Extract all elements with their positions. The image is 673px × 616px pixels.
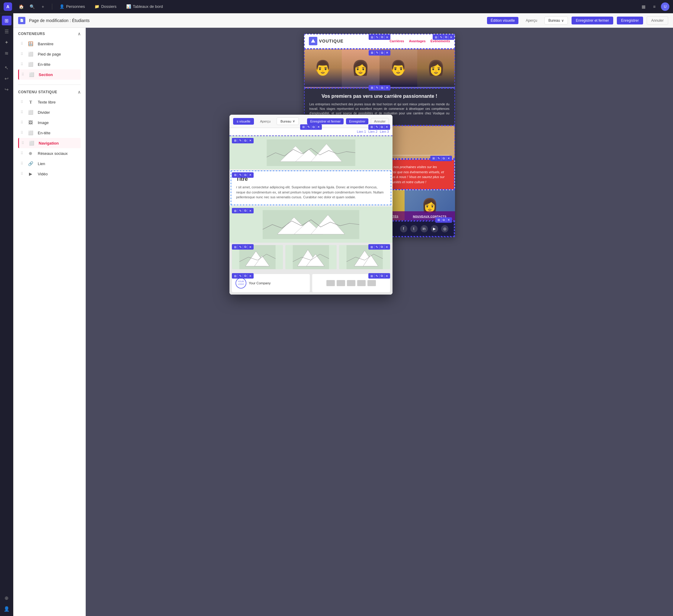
save-button[interactable]: Enregistrer (617, 17, 643, 24)
sw-fl-grid-icon[interactable]: ⊞ (233, 274, 237, 278)
search-icon[interactable]: 🔍 (28, 2, 36, 11)
sw-section-grid-icon[interactable]: ⊞ (233, 173, 237, 177)
cancel-button[interactable]: Annuler (647, 16, 668, 25)
banner-copy-icon[interactable]: ⧉ (380, 51, 384, 55)
nav-link-carrieres[interactable]: Carrières (390, 39, 404, 43)
composant-banniere[interactable]: ⠿ 🪟 Bannière (18, 39, 80, 49)
banner-delete-icon[interactable]: ✕ (385, 51, 389, 55)
header-delete-icon[interactable]: ✕ (385, 35, 389, 39)
tableaux-nav-item[interactable]: 📊 Tableaux de bord (124, 3, 166, 10)
composant-lien[interactable]: ⠿ 🔗 Lien (18, 159, 80, 169)
personnes-nav-item[interactable]: 👤 Personnes (57, 3, 87, 10)
header-edit-icon[interactable]: ✎ (375, 35, 379, 39)
social-youtube[interactable]: ▶ (431, 225, 438, 232)
left-icon-design[interactable]: ✦ (2, 37, 11, 47)
left-icon-undo[interactable]: ↩ (2, 74, 11, 83)
sw-sg-l-edit-icon[interactable]: ✎ (238, 245, 242, 249)
banner-edit-icon[interactable]: ✎ (375, 51, 379, 55)
composant-section[interactable]: ⠿ ⬜ Section (18, 69, 80, 80)
sw-navlinks-edit-icon[interactable]: ✎ (375, 125, 379, 129)
social-instagram[interactable]: ◎ (441, 225, 448, 232)
dossiers-nav-item[interactable]: 📁 Dossiers (92, 3, 119, 10)
cta-r-copy-icon[interactable]: ⧉ (442, 157, 446, 161)
save-close-button[interactable]: Enregistrer et fermer (572, 17, 613, 24)
conteneurs-collapse-icon[interactable]: ∧ (77, 31, 81, 36)
nav-copy-icon[interactable]: ⧉ (444, 35, 448, 39)
statique-collapse-icon[interactable]: ∧ (77, 90, 81, 94)
left-icon-user[interactable]: 👤 (2, 604, 11, 614)
sw-nav-link-2[interactable]: Lien 2 (368, 130, 378, 133)
nav-edit-icon[interactable]: ✎ (439, 35, 443, 39)
grid-view-icon[interactable]: ▦ (639, 2, 648, 11)
sw-banner-delete-icon[interactable]: ✕ (248, 138, 252, 142)
sw-sg-r-copy-icon[interactable]: ⧉ (380, 245, 384, 249)
sw-nav-link-1[interactable]: Lien 1 (357, 130, 366, 133)
composant-entete-statique[interactable]: ⠿ ⬜ En-tête (18, 128, 80, 138)
sw-nav-link-3[interactable]: Lien 3 (380, 130, 389, 133)
sw-sg-l-copy-icon[interactable]: ⧉ (243, 245, 247, 249)
header-copy-icon[interactable]: ⧉ (380, 35, 384, 39)
home-icon[interactable]: 🏠 (17, 2, 25, 11)
sw-limg-grid-icon[interactable]: ⊞ (233, 209, 237, 213)
sw-nav-copy-icon[interactable]: ⧉ (311, 125, 315, 129)
sw-fr-edit-icon[interactable]: ✎ (375, 274, 379, 278)
sw-limg-delete-icon[interactable]: ✕ (248, 209, 252, 213)
edition-visuelle-btn[interactable]: Édition visuelle (487, 17, 518, 24)
sw-sg-r-edit-icon[interactable]: ✎ (375, 245, 379, 249)
sw-navlinks-copy-icon[interactable]: ⧉ (380, 125, 384, 129)
footer-r-delete-icon[interactable]: ✕ (447, 218, 451, 222)
composant-entete[interactable]: ⠿ ⬜ En-tête (18, 59, 80, 69)
sw-save-close-btn[interactable]: Enregistrer et fermer (307, 118, 344, 124)
cta-r-grid-icon[interactable]: ⊞ (431, 157, 436, 160)
sw-edition-btn[interactable]: s visuelle (233, 118, 254, 125)
left-icon-components[interactable]: ☰ (2, 27, 11, 36)
sw-navlinks-delete-icon[interactable]: ✕ (385, 125, 389, 129)
sw-navlinks-grid-icon[interactable]: ⊞ (370, 125, 374, 129)
header-grid-icon[interactable]: ⊞ (370, 35, 374, 39)
sw-fl-edit-icon[interactable]: ✎ (238, 274, 242, 278)
social-linkedin[interactable]: in (421, 225, 428, 232)
composant-video[interactable]: ⠿ ▶ Vidéo (18, 169, 80, 179)
composant-navigation[interactable]: ⠿ ⬜ Navigation (18, 138, 80, 148)
left-icon-cursor[interactable]: ↖ (2, 63, 11, 72)
sw-nav-grid-icon[interactable]: ⊞ (301, 125, 305, 129)
sw-sg-l-delete-icon[interactable]: ✕ (248, 245, 252, 249)
sw-limg-edit-icon[interactable]: ✎ (238, 209, 242, 213)
hero-edit-icon[interactable]: ✎ (375, 86, 379, 90)
sw-fr-delete-icon[interactable]: ✕ (385, 274, 389, 278)
hero-copy-icon[interactable]: ⧉ (380, 86, 384, 90)
sw-banner-copy-icon[interactable]: ⧉ (243, 138, 247, 143)
sw-nav-delete-icon[interactable]: ✕ (316, 125, 321, 129)
sw-sg-l-grid-icon[interactable]: ⊞ (233, 245, 237, 249)
sw-section-edit-icon[interactable]: ✎ (238, 173, 242, 177)
hero-grid-icon[interactable]: ⊞ (370, 86, 374, 90)
apercu-btn[interactable]: Aperçu (522, 17, 541, 24)
user-avatar[interactable]: U (661, 2, 669, 11)
composant-pied-de-page[interactable]: ⠿ ⬜ Pied de page (18, 49, 80, 59)
sw-fl-delete-icon[interactable]: ✕ (248, 274, 252, 278)
cta-r-delete-icon[interactable]: ✕ (447, 157, 451, 160)
add-icon[interactable]: + (39, 2, 47, 11)
sw-fr-copy-icon[interactable]: ⧉ (380, 274, 384, 278)
composant-divider[interactable]: ⠿ ⬜ Divider (18, 107, 80, 117)
footer-r-copy-icon[interactable]: ⧉ (442, 218, 446, 222)
sw-section-delete-icon[interactable]: ✕ (248, 173, 252, 177)
sw-device-btn[interactable]: Bureau ∨ (276, 117, 298, 125)
composant-reseaux[interactable]: ⠿ ⊕ Réseaux sociaux (18, 148, 80, 159)
social-facebook[interactable]: f (400, 225, 407, 232)
left-icon-layout[interactable]: ⊞ (2, 16, 11, 25)
sw-section-copy-icon[interactable]: ⧉ (243, 173, 247, 177)
composant-image[interactable]: ⠿ 🖼 Image (18, 117, 80, 128)
device-selector[interactable]: Bureau ∨ (544, 17, 568, 24)
sw-sg-r-delete-icon[interactable]: ✕ (385, 245, 389, 249)
sw-limg-copy-icon[interactable]: ⧉ (243, 209, 247, 213)
cta-r-edit-icon[interactable]: ✎ (437, 157, 441, 160)
sw-banner-edit-icon[interactable]: ✎ (238, 138, 242, 142)
left-icon-link[interactable]: ⊕ (2, 593, 11, 603)
list-view-icon[interactable]: ≡ (650, 2, 659, 11)
hero-delete-icon[interactable]: ✕ (385, 86, 389, 90)
left-icon-redo[interactable]: ↪ (2, 84, 11, 94)
app-logo[interactable]: A (4, 2, 12, 11)
left-icon-layers[interactable]: ≋ (2, 48, 11, 58)
banner-grid-icon[interactable]: ⊞ (370, 51, 374, 55)
